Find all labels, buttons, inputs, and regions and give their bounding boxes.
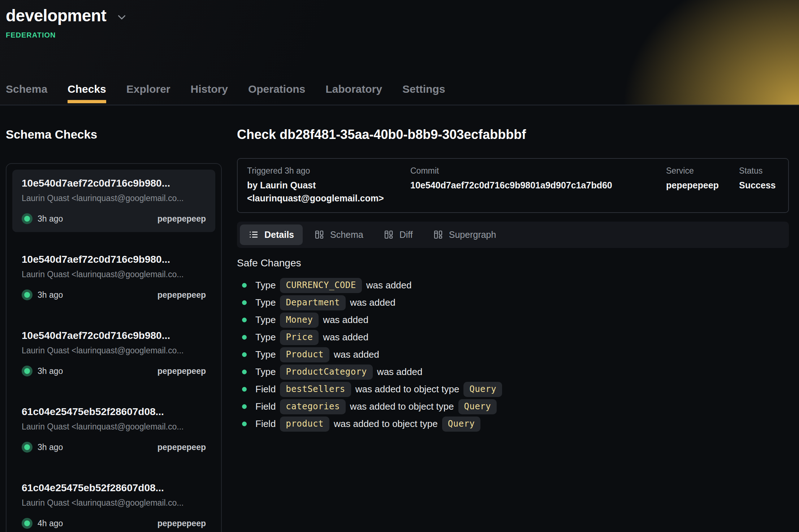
check-service: pepepepeep <box>157 214 206 224</box>
change-text: Field <box>255 418 276 429</box>
change-row: TypeCURRENCY_CODEwas added <box>237 277 789 294</box>
status-dot-icon <box>22 518 33 529</box>
tab-explorer[interactable]: Explorer <box>126 83 170 105</box>
main-area: Schema Checks 10e540d7aef72c0d716c9b980.… <box>0 105 799 532</box>
detail-tabs: DetailsSchemaDiffSupergraph <box>237 222 789 248</box>
tab-schema[interactable]: Schema <box>6 83 47 105</box>
check-author: Laurin Quast <laurinquast@googlemail.co.… <box>22 193 206 203</box>
detail-tab-label: Diff <box>400 230 413 240</box>
code-chip: Department <box>280 295 346 310</box>
bullet-icon <box>242 335 247 340</box>
commit-value: 10e540d7aef72c0d716c9b9801a9d907c1a7bd60 <box>410 179 666 192</box>
service-value: pepepepeep <box>666 179 739 192</box>
target-title: development <box>6 6 106 25</box>
code-chip: Price <box>280 330 319 345</box>
check-meta-row: 3h agopepepepeep <box>22 213 206 224</box>
check-meta-row: 4h agopepepepeep <box>22 518 206 529</box>
check-summary-card: Triggered 3h ago by Laurin Quast <laurin… <box>237 158 789 213</box>
change-text: was added <box>323 332 368 343</box>
change-text: Type <box>255 332 276 343</box>
change-text: was added to object type <box>334 418 438 429</box>
triggered-author: by Laurin Quast <box>247 179 410 192</box>
code-chip: product <box>280 417 329 432</box>
detail-tab-diff[interactable]: Diff <box>375 224 422 245</box>
check-service: pepepepeep <box>157 442 206 452</box>
check-time: 4h ago <box>38 519 63 528</box>
status-value: Success <box>739 179 779 192</box>
check-service: pepepepeep <box>157 519 206 528</box>
change-text: was added <box>350 297 396 308</box>
columns-icon <box>314 230 324 240</box>
change-text: Type <box>255 366 276 378</box>
check-meta-row: 3h agopepepepeep <box>22 289 206 300</box>
bullet-icon <box>242 318 247 322</box>
check-meta-row: 3h agopepepepeep <box>22 366 206 376</box>
primary-tabs: SchemaChecksExplorerHistoryOperationsLab… <box>6 83 445 105</box>
code-chip: bestSellers <box>280 382 351 397</box>
change-text: Field <box>255 401 276 412</box>
bullet-icon <box>242 387 247 392</box>
check-service: pepepepeep <box>157 290 206 300</box>
page-header: development FEDERATION SchemaChecksExplo… <box>0 0 799 105</box>
check-detail-content: Check db28f481-35aa-40b0-b8b9-303ecfabbb… <box>237 105 789 433</box>
columns-icon <box>433 230 443 240</box>
check-author: Laurin Quast <laurinquast@googlemail.co.… <box>22 498 206 508</box>
check-list-item[interactable]: 10e540d7aef72c0d716c9b980...Laurin Quast… <box>12 246 215 308</box>
code-chip: categories <box>280 399 346 414</box>
detail-tab-details[interactable]: Details <box>240 224 303 245</box>
sidebar-heading: Schema Checks <box>6 128 222 141</box>
tab-laboratory[interactable]: Laboratory <box>325 83 382 105</box>
federation-badge: FEDERATION <box>6 31 799 39</box>
list-icon <box>249 230 259 240</box>
code-chip: CURRENCY_CODE <box>280 278 362 293</box>
bullet-icon <box>242 352 247 357</box>
tab-history[interactable]: History <box>191 83 228 105</box>
check-heading: Check db28f481-35aa-40b0-b8b9-303ecfabbb… <box>237 127 789 142</box>
code-chip: Query <box>442 417 481 432</box>
service-label: Service <box>666 166 739 176</box>
check-meta-row: 3h agopepepepeep <box>22 442 206 453</box>
status-dot-icon <box>22 289 33 300</box>
code-chip: Query <box>463 382 502 397</box>
status-dot-icon <box>22 213 33 224</box>
detail-tab-label: Schema <box>330 230 363 240</box>
change-text: was added <box>334 349 379 360</box>
change-row: Fieldcategorieswas added to object typeQ… <box>237 398 789 415</box>
detail-tab-schema[interactable]: Schema <box>306 224 372 245</box>
change-row: TypePricewas added <box>237 329 789 346</box>
check-author: Laurin Quast <laurinquast@googlemail.co.… <box>22 422 206 432</box>
change-text: Type <box>255 349 276 360</box>
check-list-item[interactable]: 10e540d7aef72c0d716c9b980...Laurin Quast… <box>12 322 215 384</box>
triggered-label: Triggered 3h ago <box>247 166 410 176</box>
check-author: Laurin Quast <laurinquast@googlemail.co.… <box>22 270 206 279</box>
change-text: was added to object type <box>350 401 454 412</box>
change-row: TypeProductwas added <box>237 346 789 363</box>
change-row: TypeDepartmentwas added <box>237 294 789 311</box>
code-chip: ProductCategory <box>280 365 372 380</box>
bullet-icon <box>242 422 247 426</box>
status-label: Status <box>739 166 779 176</box>
check-time: 3h ago <box>38 366 63 376</box>
detail-tab-supergraph[interactable]: Supergraph <box>424 224 505 245</box>
check-commit-title: 61c04e25475eb52f28607d08... <box>22 406 206 418</box>
check-time: 3h ago <box>38 290 63 300</box>
check-list-item[interactable]: 61c04e25475eb52f28607d08...Laurin Quast … <box>12 398 215 461</box>
tab-checks[interactable]: Checks <box>68 83 106 105</box>
check-commit-title: 61c04e25475eb52f28607d08... <box>22 482 206 494</box>
status-dot-icon <box>22 442 33 453</box>
change-row: TypeProductCategorywas added <box>237 363 789 381</box>
chevron-down-icon[interactable] <box>116 11 128 23</box>
change-row: FieldbestSellerswas added to object type… <box>237 381 789 398</box>
schema-checks-sidebar: Schema Checks 10e540d7aef72c0d716c9b980.… <box>6 105 222 532</box>
tab-operations[interactable]: Operations <box>248 83 305 105</box>
check-list-item[interactable]: 61c04e25475eb52f28607d08...Laurin Quast … <box>12 474 215 532</box>
status-dot-icon <box>22 366 33 376</box>
check-commit-title: 10e540d7aef72c0d716c9b980... <box>22 254 206 265</box>
check-list-item[interactable]: 10e540d7aef72c0d716c9b980...Laurin Quast… <box>12 170 215 232</box>
change-text: was added <box>323 314 368 326</box>
change-text: was added to object type <box>355 384 459 395</box>
checks-list: 10e540d7aef72c0d716c9b980...Laurin Quast… <box>6 163 222 532</box>
change-text: Type <box>255 314 276 326</box>
change-text: Type <box>255 297 276 308</box>
tab-settings[interactable]: Settings <box>402 83 445 105</box>
